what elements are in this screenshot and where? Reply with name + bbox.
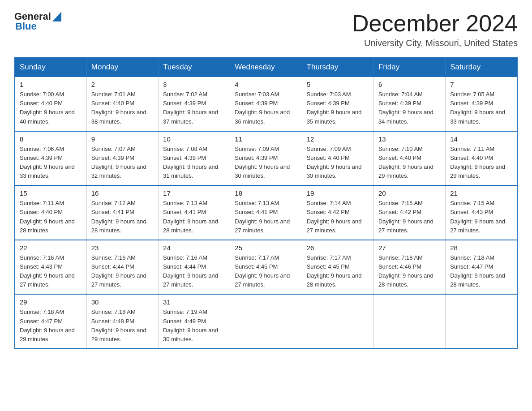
day-info: Sunrise: 7:03 AMSunset: 4:39 PMDaylight:…: [235, 90, 297, 126]
table-row: 14Sunrise: 7:11 AMSunset: 4:40 PMDayligh…: [446, 131, 517, 186]
calendar-table: Sunday Monday Tuesday Wednesday Thursday…: [14, 57, 518, 349]
day-number: 23: [91, 244, 154, 252]
day-number: 8: [20, 135, 82, 143]
day-number: 7: [450, 81, 512, 88]
logo: General Blue: [14, 11, 61, 32]
day-info: Sunrise: 7:05 AMSunset: 4:39 PMDaylight:…: [450, 90, 512, 126]
day-info: Sunrise: 7:15 AMSunset: 4:42 PMDaylight:…: [378, 199, 441, 235]
calendar-header-row: Sunday Monday Tuesday Wednesday Thursday…: [15, 58, 517, 77]
day-number: 15: [20, 189, 82, 197]
table-row: 4Sunrise: 7:03 AMSunset: 4:39 PMDaylight…: [230, 77, 302, 131]
table-row: 7Sunrise: 7:05 AMSunset: 4:39 PMDaylight…: [446, 77, 517, 131]
svg-marker-0: [52, 12, 61, 21]
table-row: [302, 294, 373, 349]
table-row: 10Sunrise: 7:08 AMSunset: 4:39 PMDayligh…: [159, 131, 230, 186]
col-sunday: Sunday: [15, 58, 86, 77]
table-row: 2Sunrise: 7:01 AMSunset: 4:40 PMDaylight…: [86, 77, 158, 131]
calendar-subtitle: University City, Missouri, United States: [352, 38, 518, 48]
table-row: 6Sunrise: 7:04 AMSunset: 4:39 PMDaylight…: [373, 77, 445, 131]
table-row: 1Sunrise: 7:00 AMSunset: 4:40 PMDaylight…: [15, 77, 86, 131]
day-number: 25: [235, 244, 297, 252]
table-row: [446, 294, 517, 349]
day-number: 4: [235, 81, 297, 88]
calendar-week-row: 15Sunrise: 7:11 AMSunset: 4:40 PMDayligh…: [15, 185, 517, 240]
day-info: Sunrise: 7:09 AMSunset: 4:39 PMDaylight:…: [235, 145, 297, 181]
table-row: 8Sunrise: 7:06 AMSunset: 4:39 PMDaylight…: [15, 131, 86, 186]
table-row: 15Sunrise: 7:11 AMSunset: 4:40 PMDayligh…: [15, 185, 86, 240]
day-info: Sunrise: 7:16 AMSunset: 4:44 PMDaylight:…: [91, 253, 154, 290]
day-info: Sunrise: 7:09 AMSunset: 4:40 PMDaylight:…: [307, 145, 369, 181]
col-wednesday: Wednesday: [230, 58, 302, 77]
day-number: 22: [20, 244, 82, 252]
day-number: 5: [307, 81, 369, 88]
day-info: Sunrise: 7:17 AMSunset: 4:45 PMDaylight:…: [235, 253, 297, 290]
day-number: 11: [235, 135, 297, 143]
day-info: Sunrise: 7:18 AMSunset: 4:46 PMDaylight:…: [378, 253, 441, 290]
day-number: 1: [20, 81, 82, 88]
table-row: 13Sunrise: 7:10 AMSunset: 4:40 PMDayligh…: [373, 131, 445, 186]
day-number: 28: [450, 244, 512, 252]
col-monday: Monday: [86, 58, 158, 77]
day-number: 6: [378, 81, 441, 88]
day-info: Sunrise: 7:11 AMSunset: 4:40 PMDaylight:…: [20, 199, 82, 235]
day-number: 31: [163, 298, 225, 306]
day-info: Sunrise: 7:01 AMSunset: 4:40 PMDaylight:…: [91, 90, 154, 126]
day-info: Sunrise: 7:18 AMSunset: 4:48 PMDaylight:…: [91, 308, 154, 344]
table-row: 11Sunrise: 7:09 AMSunset: 4:39 PMDayligh…: [230, 131, 302, 186]
day-info: Sunrise: 7:14 AMSunset: 4:42 PMDaylight:…: [307, 199, 369, 235]
day-number: 17: [163, 189, 225, 197]
col-friday: Friday: [373, 58, 445, 77]
day-number: 26: [307, 244, 369, 252]
table-row: 25Sunrise: 7:17 AMSunset: 4:45 PMDayligh…: [230, 240, 302, 295]
day-number: 21: [450, 189, 512, 197]
table-row: 22Sunrise: 7:16 AMSunset: 4:43 PMDayligh…: [15, 240, 86, 295]
day-info: Sunrise: 7:16 AMSunset: 4:44 PMDaylight:…: [163, 253, 225, 290]
day-info: Sunrise: 7:13 AMSunset: 4:41 PMDaylight:…: [163, 199, 225, 235]
day-info: Sunrise: 7:18 AMSunset: 4:47 PMDaylight:…: [20, 308, 82, 344]
day-number: 3: [163, 81, 225, 88]
logo-triangle-icon: [52, 12, 61, 21]
day-number: 29: [20, 298, 82, 306]
table-row: 16Sunrise: 7:12 AMSunset: 4:41 PMDayligh…: [86, 185, 158, 240]
day-number: 13: [378, 135, 441, 143]
table-row: 17Sunrise: 7:13 AMSunset: 4:41 PMDayligh…: [159, 185, 230, 240]
calendar-week-row: 1Sunrise: 7:00 AMSunset: 4:40 PMDaylight…: [15, 77, 517, 131]
day-info: Sunrise: 7:13 AMSunset: 4:41 PMDaylight:…: [235, 199, 297, 235]
title-block: December 2024 University City, Missouri,…: [352, 11, 518, 48]
day-info: Sunrise: 7:12 AMSunset: 4:41 PMDaylight:…: [91, 199, 154, 235]
day-info: Sunrise: 7:16 AMSunset: 4:43 PMDaylight:…: [20, 253, 82, 290]
day-number: 12: [307, 135, 369, 143]
table-row: 18Sunrise: 7:13 AMSunset: 4:41 PMDayligh…: [230, 185, 302, 240]
table-row: 3Sunrise: 7:02 AMSunset: 4:39 PMDaylight…: [159, 77, 230, 131]
day-info: Sunrise: 7:07 AMSunset: 4:39 PMDaylight:…: [91, 145, 154, 181]
day-info: Sunrise: 7:15 AMSunset: 4:43 PMDaylight:…: [450, 199, 512, 235]
day-info: Sunrise: 7:08 AMSunset: 4:39 PMDaylight:…: [163, 145, 225, 181]
day-info: Sunrise: 7:03 AMSunset: 4:39 PMDaylight:…: [307, 90, 369, 126]
day-number: 10: [163, 135, 225, 143]
day-number: 14: [450, 135, 512, 143]
logo-text-blue: Blue: [15, 21, 37, 32]
table-row: 20Sunrise: 7:15 AMSunset: 4:42 PMDayligh…: [373, 185, 445, 240]
day-number: 24: [163, 244, 225, 252]
day-info: Sunrise: 7:18 AMSunset: 4:47 PMDaylight:…: [450, 253, 512, 290]
table-row: 30Sunrise: 7:18 AMSunset: 4:48 PMDayligh…: [86, 294, 158, 349]
day-number: 16: [91, 189, 154, 197]
calendar-week-row: 29Sunrise: 7:18 AMSunset: 4:47 PMDayligh…: [15, 294, 517, 349]
table-row: 28Sunrise: 7:18 AMSunset: 4:47 PMDayligh…: [446, 240, 517, 295]
day-number: 19: [307, 189, 369, 197]
table-row: 5Sunrise: 7:03 AMSunset: 4:39 PMDaylight…: [302, 77, 373, 131]
page-header: General Blue December 2024 University Ci…: [14, 11, 518, 48]
day-info: Sunrise: 7:00 AMSunset: 4:40 PMDaylight:…: [20, 90, 82, 126]
table-row: 21Sunrise: 7:15 AMSunset: 4:43 PMDayligh…: [446, 185, 517, 240]
day-number: 2: [91, 81, 154, 88]
day-number: 30: [91, 298, 154, 306]
day-number: 9: [91, 135, 154, 143]
day-info: Sunrise: 7:17 AMSunset: 4:45 PMDaylight:…: [307, 253, 369, 290]
day-info: Sunrise: 7:06 AMSunset: 4:39 PMDaylight:…: [20, 145, 82, 181]
col-tuesday: Tuesday: [159, 58, 230, 77]
day-info: Sunrise: 7:02 AMSunset: 4:39 PMDaylight:…: [163, 90, 225, 126]
day-info: Sunrise: 7:19 AMSunset: 4:49 PMDaylight:…: [163, 308, 225, 344]
day-number: 18: [235, 189, 297, 197]
table-row: 23Sunrise: 7:16 AMSunset: 4:44 PMDayligh…: [86, 240, 158, 295]
day-number: 27: [378, 244, 441, 252]
